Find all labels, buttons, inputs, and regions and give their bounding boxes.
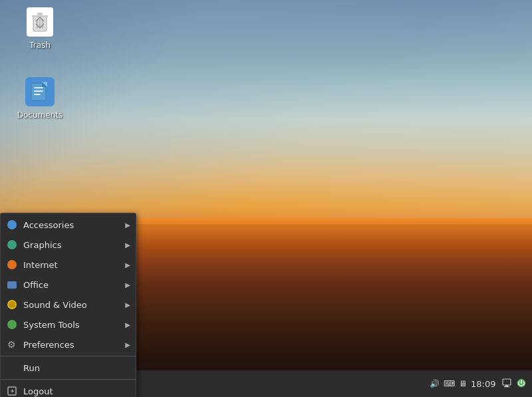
- sound-video-icon: [6, 299, 18, 311]
- svg-rect-18: [503, 379, 511, 385]
- trash-icon[interactable]: Trash: [13, 3, 66, 53]
- clock: 18:09: [471, 379, 497, 389]
- svg-rect-10: [34, 94, 41, 95]
- office-label: Office: [23, 280, 49, 290]
- svg-rect-20: [504, 386, 509, 387]
- menu-item-graphics[interactable]: Graphics: [1, 235, 136, 255]
- office-icon: [6, 279, 18, 291]
- power-icon[interactable]: [516, 378, 527, 390]
- svg-rect-19: [505, 385, 508, 386]
- documents-icon[interactable]: Documents: [13, 73, 66, 122]
- menu-item-preferences[interactable]: ⚙ Preferences: [1, 334, 136, 354]
- internet-icon: [6, 259, 18, 271]
- system-tools-icon: [6, 319, 18, 331]
- network-icon[interactable]: [501, 378, 512, 390]
- volume-icon[interactable]: 🔊: [430, 379, 440, 388]
- preferences-label: Preferences: [23, 340, 74, 350]
- accessories-icon: [6, 219, 18, 231]
- run-icon: [6, 362, 18, 374]
- keyboard-icon[interactable]: ⌨: [444, 379, 455, 388]
- taskbar-right: 🔊 ⌨ 🖥 18:09: [430, 378, 532, 390]
- graphics-icon: [6, 239, 18, 251]
- internet-label: Internet: [23, 260, 58, 270]
- system-tools-label: System Tools: [23, 320, 80, 330]
- menu-item-internet[interactable]: Internet: [1, 255, 136, 275]
- graphics-label: Graphics: [23, 240, 61, 250]
- documents-icon-image: [24, 76, 56, 108]
- run-label: Run: [23, 363, 40, 373]
- menu-separator-2: [1, 379, 136, 380]
- documents-label: Documents: [17, 110, 63, 120]
- context-menu: Accessories Graphics Internet Office Sou…: [0, 213, 136, 397]
- display-icon[interactable]: 🖥: [459, 379, 467, 388]
- svg-rect-2: [37, 13, 43, 15]
- menu-item-system-tools[interactable]: System Tools: [1, 315, 136, 334]
- trash-label: Trash: [29, 41, 51, 50]
- menu-separator-1: [1, 356, 136, 356]
- preferences-icon: ⚙: [6, 338, 18, 350]
- menu-item-accessories[interactable]: Accessories: [1, 215, 136, 235]
- menu-item-office[interactable]: Office: [1, 275, 136, 295]
- logout-icon: [6, 385, 18, 397]
- trash-icon-svg: [27, 7, 53, 37]
- menu-item-logout[interactable]: Logout: [1, 381, 136, 397]
- accessories-label: Accessories: [23, 220, 74, 230]
- logout-label: Logout: [23, 386, 53, 396]
- documents-icon-svg: [25, 77, 55, 106]
- svg-rect-9: [34, 90, 43, 92]
- trash-icon-image: [24, 6, 56, 38]
- menu-item-run[interactable]: Run: [1, 358, 136, 378]
- sound-video-label: Sound & Video: [23, 300, 87, 310]
- menu-item-sound-video[interactable]: Sound & Video: [1, 295, 136, 315]
- svg-rect-8: [34, 87, 43, 88]
